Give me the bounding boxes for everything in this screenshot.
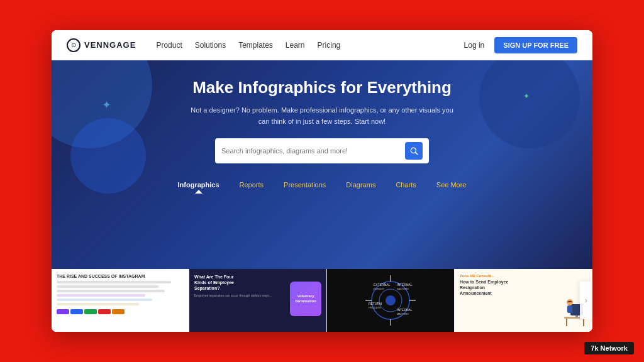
star-icon-2: ✦ (523, 92, 530, 101)
card-hr[interactable]: Zune HR Consulti... How to Send Employee… (455, 269, 592, 332)
svg-text:RETURN: RETURN (369, 302, 382, 305)
card-1-tags (57, 309, 184, 314)
tab-presentations[interactable]: Presentations (274, 176, 336, 194)
nav-link-product[interactable]: Product (156, 41, 182, 50)
login-button[interactable]: Log in (464, 41, 485, 50)
svg-rect-19 (583, 319, 584, 326)
logo-text: VENNGAGE (84, 40, 136, 50)
search-bar[interactable] (215, 138, 429, 163)
scroll-right-arrow[interactable]: › (580, 282, 592, 319)
card-1-content (57, 281, 184, 305)
hero-section: ✦ ✦ Make Infographics for Everything Not… (52, 60, 592, 269)
category-tabs: Infographics Reports Presentations Diagr… (64, 176, 580, 194)
card-diagram[interactable]: EXTERNAL FORCES INTERNAL FACTORS RETURN … (327, 269, 455, 332)
svg-text:INTERNAL: INTERNAL (397, 283, 413, 287)
cards-section: THE RISE AND SUCCESS OF INSTAGRAM What A… (52, 269, 592, 332)
svg-text:EXTERNAL: EXTERNAL (374, 283, 391, 287)
card-infographics-2[interactable]: What Are The Four Kinds of Employee Sepa… (189, 269, 327, 332)
tab-reports[interactable]: Reports (230, 176, 274, 194)
tab-diagrams[interactable]: Diagrams (336, 176, 386, 194)
signup-button[interactable]: SIGN UP FOR FREE (494, 37, 577, 53)
star-icon-1: ✦ (102, 98, 111, 112)
tab-charts[interactable]: Charts (386, 176, 426, 194)
bg-decoration-2 (479, 60, 580, 148)
hero-subtitle: Not a designer? No problem. Make profess… (190, 105, 454, 127)
svg-line-1 (416, 153, 418, 155)
tab-see-more[interactable]: See More (426, 176, 477, 194)
nav-actions: Log in SIGN UP FOR FREE (464, 37, 577, 53)
svg-text:PROCESS: PROCESS (369, 306, 381, 309)
watermark: 7k Network (584, 342, 634, 354)
card-1-title: THE RISE AND SUCCESS OF INSTAGRAM (57, 274, 184, 278)
hero-title: Make Infographics for Everything (192, 78, 452, 97)
svg-text:MATTERS: MATTERS (397, 312, 409, 315)
search-button[interactable] (405, 142, 423, 160)
nav-link-learn[interactable]: Learn (286, 41, 305, 50)
logo-area[interactable]: ⊙ VENNGAGE (67, 38, 136, 52)
diagram-svg: EXTERNAL FORCES INTERNAL FACTORS RETURN … (356, 272, 425, 329)
logo-icon: ⊙ (67, 38, 80, 52)
nav-links: Product Solutions Templates Learn Pricin… (156, 41, 464, 50)
browser-window: ⊙ VENNGAGE Product Solutions Templates L… (52, 30, 592, 332)
svg-text:INTERNAL: INTERNAL (397, 308, 413, 312)
nav-link-templates[interactable]: Templates (238, 41, 273, 50)
nav-link-pricing[interactable]: Pricing (318, 41, 341, 50)
navbar: ⊙ VENNGAGE Product Solutions Templates L… (52, 30, 592, 60)
svg-text:FORCES: FORCES (374, 287, 384, 290)
card-2-badge: Voluntary Termination (290, 282, 321, 316)
card-4-title: How to Send Employee Resignation Announc… (460, 279, 510, 296)
card-4-company: Zune HR Consulti... (460, 274, 587, 278)
svg-text:FACTORS: FACTORS (397, 287, 409, 290)
svg-rect-18 (566, 319, 567, 326)
svg-rect-21 (575, 315, 578, 317)
card-2-title: What Are The Four Kinds of Employee Sepa… (194, 274, 245, 291)
nav-link-solutions[interactable]: Solutions (195, 41, 226, 50)
svg-point-4 (386, 295, 396, 305)
search-input[interactable] (221, 147, 405, 155)
svg-rect-23 (567, 305, 572, 313)
tab-infographics[interactable]: Infographics (168, 176, 230, 194)
card-infographics-1[interactable]: THE RISE AND SUCCESS OF INSTAGRAM (52, 269, 189, 332)
